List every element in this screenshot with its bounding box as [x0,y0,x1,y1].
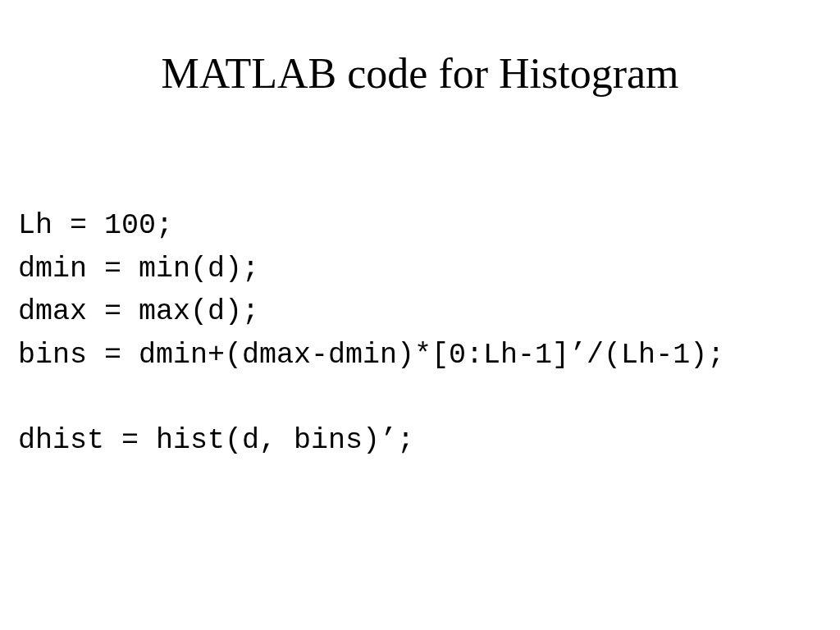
slide-container: MATLAB code for Histogram Lh = 100; dmin… [0,0,840,630]
slide-title: MATLAB code for Histogram [0,49,840,98]
code-line: bins = dmin+(dmax-dmin)*[0:Lh-1]’/(Lh-1)… [18,334,840,377]
code-line: dmin = min(d); [18,248,840,291]
blank-line [18,377,840,419]
code-line: Lh = 100; [18,204,840,248]
code-line: dhist = hist(d, bins)’; [18,419,840,463]
code-block: Lh = 100; dmin = min(d); dmax = max(d); … [0,204,840,463]
code-line: dmax = max(d); [18,290,840,334]
